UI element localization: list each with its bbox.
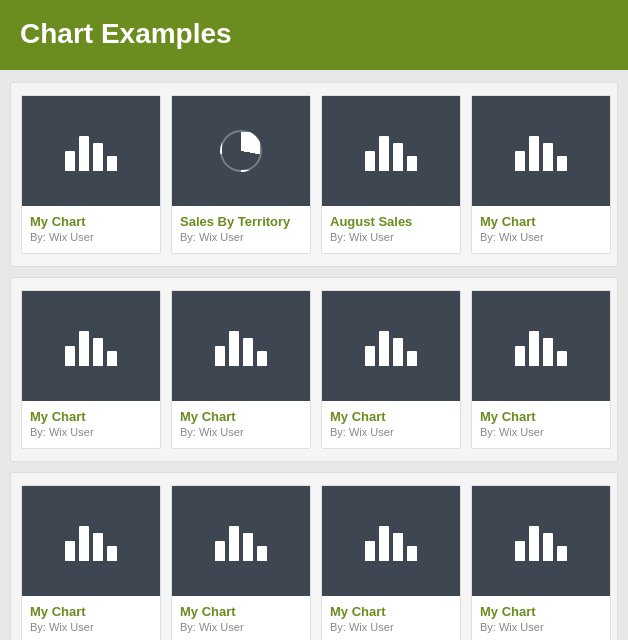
chart-row-2: My ChartBy: Wix UserMy ChartBy: Wix User… xyxy=(10,277,618,462)
chart-thumbnail xyxy=(322,96,460,206)
bar-4 xyxy=(557,546,567,561)
chart-title: My Chart xyxy=(30,214,152,229)
chart-card-r3c3[interactable]: My ChartBy: Wix User xyxy=(321,485,461,640)
chart-info: My ChartBy: Wix User xyxy=(322,401,460,448)
chart-author: By: Wix User xyxy=(480,426,602,438)
bar-chart-icon xyxy=(65,326,117,366)
bar-chart-icon xyxy=(215,326,267,366)
chart-info: My ChartBy: Wix User xyxy=(172,401,310,448)
chart-author: By: Wix User xyxy=(180,231,302,243)
bar-2 xyxy=(79,526,89,561)
bar-2 xyxy=(79,136,89,171)
main-content: My ChartBy: Wix UserSales By TerritoryBy… xyxy=(0,70,628,640)
chart-title: My Chart xyxy=(30,409,152,424)
bar-2 xyxy=(529,526,539,561)
bar-1 xyxy=(65,541,75,561)
chart-thumbnail xyxy=(172,291,310,401)
bar-chart-icon xyxy=(215,521,267,561)
chart-thumbnail xyxy=(472,291,610,401)
chart-author: By: Wix User xyxy=(180,621,302,633)
chart-title: Sales By Territory xyxy=(180,214,302,229)
bar-4 xyxy=(407,156,417,171)
chart-title: My Chart xyxy=(330,604,452,619)
chart-title: My Chart xyxy=(30,604,152,619)
chart-card-r2c4[interactable]: My ChartBy: Wix User xyxy=(471,290,611,449)
chart-card-r1c4[interactable]: My ChartBy: Wix User xyxy=(471,95,611,254)
bar-4 xyxy=(557,351,567,366)
chart-info: My ChartBy: Wix User xyxy=(22,596,160,640)
bar-4 xyxy=(107,546,117,561)
chart-card-r1c1[interactable]: My ChartBy: Wix User xyxy=(21,95,161,254)
bar-chart-icon xyxy=(65,521,117,561)
bar-1 xyxy=(515,346,525,366)
bar-2 xyxy=(379,136,389,171)
chart-card-r2c3[interactable]: My ChartBy: Wix User xyxy=(321,290,461,449)
chart-card-r1c2[interactable]: Sales By TerritoryBy: Wix User xyxy=(171,95,311,254)
chart-title: My Chart xyxy=(180,409,302,424)
bar-2 xyxy=(379,331,389,366)
chart-thumbnail xyxy=(22,486,160,596)
bar-2 xyxy=(229,331,239,366)
chart-thumbnail xyxy=(322,291,460,401)
bar-3 xyxy=(543,533,553,561)
chart-author: By: Wix User xyxy=(30,231,152,243)
bar-4 xyxy=(257,351,267,366)
bar-1 xyxy=(65,151,75,171)
chart-title: My Chart xyxy=(480,604,602,619)
bar-3 xyxy=(93,533,103,561)
bar-chart-icon xyxy=(365,521,417,561)
bar-chart-icon xyxy=(515,131,567,171)
bar-3 xyxy=(93,338,103,366)
chart-info: August SalesBy: Wix User xyxy=(322,206,460,253)
chart-author: By: Wix User xyxy=(30,621,152,633)
bar-1 xyxy=(515,151,525,171)
bar-2 xyxy=(79,331,89,366)
chart-card-r2c1[interactable]: My ChartBy: Wix User xyxy=(21,290,161,449)
bar-chart-icon xyxy=(365,326,417,366)
chart-thumbnail xyxy=(322,486,460,596)
chart-info: My ChartBy: Wix User xyxy=(472,401,610,448)
chart-info: My ChartBy: Wix User xyxy=(322,596,460,640)
chart-thumbnail xyxy=(172,486,310,596)
bar-4 xyxy=(407,546,417,561)
chart-title: My Chart xyxy=(480,409,602,424)
bar-3 xyxy=(393,338,403,366)
bar-4 xyxy=(107,351,117,366)
chart-info: My ChartBy: Wix User xyxy=(172,596,310,640)
chart-thumbnail xyxy=(172,96,310,206)
bar-4 xyxy=(407,351,417,366)
bar-chart-icon xyxy=(515,521,567,561)
chart-author: By: Wix User xyxy=(30,426,152,438)
bar-3 xyxy=(393,533,403,561)
chart-thumbnail xyxy=(22,96,160,206)
bar-1 xyxy=(215,541,225,561)
chart-info: Sales By TerritoryBy: Wix User xyxy=(172,206,310,253)
chart-card-r3c1[interactable]: My ChartBy: Wix User xyxy=(21,485,161,640)
chart-card-r3c4[interactable]: My ChartBy: Wix User xyxy=(471,485,611,640)
bar-3 xyxy=(243,533,253,561)
chart-author: By: Wix User xyxy=(480,621,602,633)
chart-thumbnail xyxy=(22,291,160,401)
chart-title: My Chart xyxy=(480,214,602,229)
chart-row-3: My ChartBy: Wix UserMy ChartBy: Wix User… xyxy=(10,472,618,640)
bar-4 xyxy=(557,156,567,171)
chart-thumbnail xyxy=(472,96,610,206)
chart-author: By: Wix User xyxy=(330,231,452,243)
chart-info: My ChartBy: Wix User xyxy=(22,206,160,253)
bar-4 xyxy=(107,156,117,171)
chart-row-1: My ChartBy: Wix UserSales By TerritoryBy… xyxy=(10,82,618,267)
chart-card-r2c2[interactable]: My ChartBy: Wix User xyxy=(171,290,311,449)
chart-title: August Sales xyxy=(330,214,452,229)
bar-chart-icon xyxy=(515,326,567,366)
bar-2 xyxy=(229,526,239,561)
bar-1 xyxy=(215,346,225,366)
bar-chart-icon xyxy=(365,131,417,171)
chart-author: By: Wix User xyxy=(180,426,302,438)
bar-3 xyxy=(393,143,403,171)
chart-title: My Chart xyxy=(180,604,302,619)
page-header: Chart Examples xyxy=(0,0,628,70)
bar-3 xyxy=(93,143,103,171)
chart-card-r3c2[interactable]: My ChartBy: Wix User xyxy=(171,485,311,640)
bar-2 xyxy=(379,526,389,561)
chart-card-r1c3[interactable]: August SalesBy: Wix User xyxy=(321,95,461,254)
